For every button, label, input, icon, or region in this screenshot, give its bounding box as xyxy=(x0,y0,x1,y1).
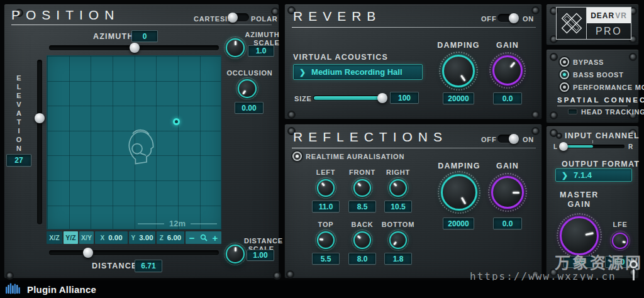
toggle-knob-icon[interactable] xyxy=(509,134,519,144)
position-grid[interactable]: 12m xyxy=(47,55,221,229)
back-value[interactable]: 8.0 xyxy=(348,253,376,265)
reverb-on-label[interactable]: ON xyxy=(523,15,534,23)
input-channel-label: INPUT CHANNEL xyxy=(565,131,640,140)
distance-scale-knob[interactable] xyxy=(226,245,245,263)
screw-icon xyxy=(287,272,293,277)
coord-z-cell[interactable]: Z 6.00 xyxy=(157,231,184,244)
azimuth-value[interactable]: 0 xyxy=(131,30,158,42)
input-channel-slider[interactable] xyxy=(562,145,625,148)
reflections-gain-label: GAIN xyxy=(496,162,519,170)
screw-icon xyxy=(533,112,538,118)
back-label: BACK xyxy=(352,221,374,228)
reverb-gain-value[interactable]: 0.0 xyxy=(493,92,522,104)
reverb-gain-knob[interactable] xyxy=(492,55,523,86)
bypass-label[interactable]: BYPASS xyxy=(573,58,604,66)
left-value[interactable]: 11.0 xyxy=(312,201,340,212)
bottom-knob[interactable] xyxy=(389,231,407,249)
reflections-on-label[interactable]: ON xyxy=(523,136,534,143)
cartesian-polar-toggle[interactable] xyxy=(228,13,249,21)
right-knob[interactable] xyxy=(389,179,407,197)
master-gain-label: MASTER GAIN xyxy=(560,190,599,209)
azimuth-scale-knob[interactable] xyxy=(226,38,245,57)
realtime-auralisation-label: REALTIME AURALISATION xyxy=(306,153,404,160)
back-knob[interactable] xyxy=(353,231,371,249)
reflections-damping-knob[interactable] xyxy=(441,174,477,211)
distance-slider[interactable] xyxy=(49,250,219,255)
distance-scale-value[interactable]: 1.00 xyxy=(247,250,274,261)
performance-mode-radio[interactable] xyxy=(560,82,569,92)
size-value[interactable]: 100 xyxy=(390,92,419,104)
zoom-in-button[interactable]: + xyxy=(213,233,218,243)
lfe-knob[interactable] xyxy=(612,233,628,249)
reverb-power-toggle[interactable] xyxy=(497,14,518,22)
right-value[interactable]: 10.5 xyxy=(384,201,412,212)
size-slider-fill xyxy=(314,96,384,100)
virtual-acoustics-dropdown[interactable]: ❯ Medium Recording Hall xyxy=(293,64,423,80)
realtime-auralisation-radio[interactable] xyxy=(292,152,302,161)
input-channel-handle[interactable] xyxy=(559,142,568,151)
tab-xy[interactable]: X/Y xyxy=(79,231,94,244)
magnifier-icon[interactable] xyxy=(200,234,208,241)
elevation-slider-handle[interactable] xyxy=(35,113,45,123)
front-value[interactable]: 8.5 xyxy=(348,201,376,212)
elevation-slider[interactable] xyxy=(37,60,42,224)
left-knob[interactable] xyxy=(317,179,335,197)
size-label: SIZE xyxy=(294,95,312,102)
reverb-off-label[interactable]: OFF xyxy=(481,15,496,23)
lfe-label: LFE xyxy=(613,221,627,228)
reflections-gain-knob[interactable] xyxy=(491,176,524,209)
distance-value[interactable]: 6.71 xyxy=(135,260,162,272)
left-label: LEFT xyxy=(316,168,336,176)
azimuth-label: AZIMUTH xyxy=(93,32,134,41)
reverb-damping-value[interactable]: 20000 xyxy=(443,92,474,104)
bass-boost-label[interactable]: BASS BOOST xyxy=(573,71,624,79)
azimuth-slider-handle[interactable] xyxy=(130,43,140,53)
screw-icon xyxy=(551,54,557,60)
occlusion-value[interactable]: 0.00 xyxy=(235,102,264,114)
dearvr-pro-plugin-window: POSITION CARTESIAN POLAR AZIMUTH 0 AZIMU… xyxy=(0,0,644,298)
bottom-value[interactable]: 1.8 xyxy=(384,253,412,265)
reflections-damping-value[interactable]: 20000 xyxy=(443,218,474,229)
chevron-right-icon: ❯ xyxy=(299,68,306,77)
coord-y-cell[interactable]: Y 3.00 xyxy=(129,231,155,244)
coord-x-cell[interactable]: X 0.00 xyxy=(95,231,128,244)
dearvr-x-icon xyxy=(559,11,584,36)
reflections-gain-value[interactable]: 0.0 xyxy=(493,218,522,229)
distance-slider-handle[interactable] xyxy=(83,248,93,258)
azimuth-scale-value[interactable]: 1.0 xyxy=(248,45,274,57)
front-label: FRONT xyxy=(349,168,375,176)
performance-mode-label[interactable]: PERFORMANCE MODE xyxy=(573,84,644,91)
spatial-connect-title: SPATIAL CONNECT xyxy=(557,96,644,104)
head-tracking-label[interactable]: HEAD TRACKING xyxy=(581,108,644,116)
elevation-value[interactable]: 27 xyxy=(6,154,31,167)
toggle-knob-icon[interactable] xyxy=(228,13,238,23)
sound-source-dot[interactable] xyxy=(173,118,180,125)
reverb-damping-knob[interactable] xyxy=(442,55,475,87)
head-tracking-checkbox[interactable] xyxy=(568,109,577,114)
occlusion-knob[interactable] xyxy=(238,79,257,98)
product-name: PRO xyxy=(587,23,631,39)
top-value[interactable]: 5.5 xyxy=(312,253,340,265)
tab-xz[interactable]: X/Z xyxy=(47,231,62,244)
elevation-label: ELEVATION xyxy=(15,74,23,153)
top-knob[interactable] xyxy=(317,231,335,249)
divider xyxy=(557,106,628,106)
front-knob[interactable] xyxy=(353,179,371,197)
toggle-knob-icon[interactable] xyxy=(509,13,519,23)
reflections-off-label[interactable]: OFF xyxy=(481,136,496,143)
bypass-radio[interactable] xyxy=(560,57,569,67)
reflections-power-toggle[interactable] xyxy=(497,135,518,143)
input-channel-left-label: L xyxy=(553,143,558,150)
size-slider-handle[interactable] xyxy=(377,93,387,103)
master-gain-knob[interactable] xyxy=(560,216,599,255)
grid-view-tab-row: X/Z Y/Z X/Y X 0.00 Y 3.00 Z 6.00 − + xyxy=(47,231,221,244)
size-slider[interactable] xyxy=(313,96,387,101)
tab-yz[interactable]: Y/Z xyxy=(64,231,78,244)
bass-boost-radio[interactable] xyxy=(560,70,569,79)
top-label: TOP xyxy=(318,221,334,228)
output-format-dropdown[interactable]: ❯ 7.1.4 xyxy=(555,168,632,182)
screw-icon xyxy=(7,273,13,279)
zoom-out-button[interactable]: − xyxy=(189,233,195,243)
polar-label[interactable]: POLAR xyxy=(251,15,278,23)
output-format-selected: 7.1.4 xyxy=(574,170,592,180)
